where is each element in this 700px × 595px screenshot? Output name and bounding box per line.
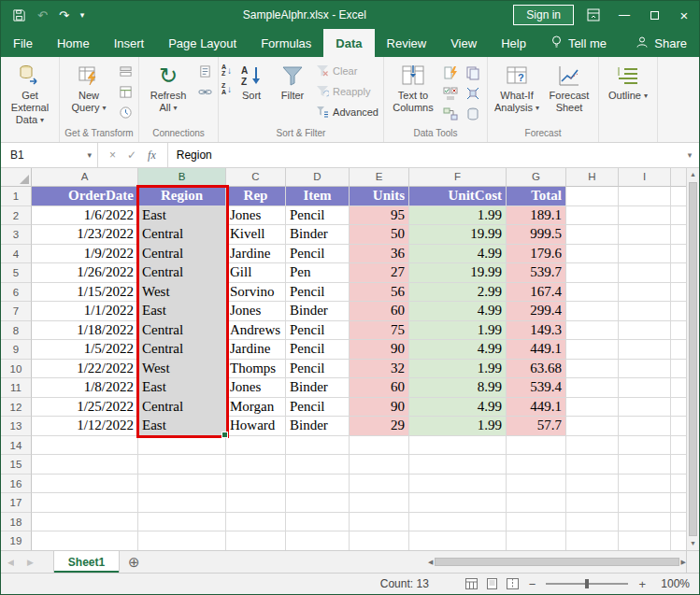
cell-E16[interactable] [350, 475, 409, 494]
cell-H18[interactable] [566, 513, 619, 532]
cell-F6[interactable]: 2.99 [409, 283, 507, 303]
formula-input[interactable]: Region [168, 143, 680, 167]
cell-D1[interactable]: Item [286, 187, 350, 206]
cell-F2[interactable]: 1.99 [409, 206, 507, 226]
cell-D17[interactable] [286, 493, 350, 513]
outline-button[interactable]: Outline [602, 59, 654, 126]
cell-D13[interactable]: Binder [286, 417, 350, 436]
cell-E11[interactable]: 60 [350, 378, 409, 398]
row-header-15[interactable]: 15 [1, 455, 32, 475]
page-layout-view-icon[interactable] [486, 578, 498, 589]
text-to-columns-button[interactable]: Text to Columns [387, 59, 439, 126]
cell-D11[interactable]: Binder [286, 378, 350, 398]
redo-icon[interactable] [59, 8, 69, 22]
cell-C11[interactable]: Jones [226, 378, 286, 398]
cell-H9[interactable] [566, 340, 619, 360]
row-header-3[interactable]: 3 [1, 225, 32, 245]
cell-B18[interactable] [138, 513, 226, 532]
zoom-slider-thumb[interactable] [585, 579, 589, 588]
cell-C17[interactable] [226, 493, 286, 513]
cell-D8[interactable]: Pencil [286, 321, 350, 341]
cell-E14[interactable] [350, 436, 409, 456]
remove-duplicates-icon[interactable] [463, 64, 483, 81]
new-sheet-button[interactable] [120, 551, 148, 573]
horizontal-scroll-thumb[interactable] [435, 558, 679, 566]
tab-help[interactable]: Help [489, 29, 538, 57]
cell-A9[interactable]: 1/5/2022 [32, 340, 138, 360]
cell-B13[interactable]: East [138, 417, 226, 436]
cell-A1[interactable]: OrderDate [32, 187, 138, 206]
cell-F16[interactable] [409, 475, 507, 494]
cell-F11[interactable]: 8.99 [409, 378, 507, 398]
cell-A3[interactable]: 1/23/2022 [32, 225, 138, 245]
cell-E15[interactable] [350, 455, 409, 475]
cell-A5[interactable]: 1/26/2022 [32, 263, 138, 283]
cell-H16[interactable] [566, 475, 619, 494]
cell-H3[interactable] [566, 225, 619, 245]
vertical-scrollbar[interactable] [686, 168, 699, 550]
insert-function-icon[interactable] [148, 149, 156, 163]
cell-G1[interactable]: Total [507, 187, 566, 206]
cell-G19[interactable] [507, 531, 566, 550]
row-header-4[interactable]: 4 [1, 245, 32, 264]
cell-I11[interactable] [619, 378, 671, 398]
cell-G8[interactable]: 149.3 [507, 321, 566, 341]
share-button[interactable]: Share [623, 29, 699, 57]
cell-A16[interactable] [32, 475, 138, 494]
cell-A12[interactable]: 1/25/2022 [32, 398, 138, 418]
cell-H17[interactable] [566, 493, 619, 513]
cell-B12[interactable]: Central [138, 398, 226, 418]
cell-H13[interactable] [566, 417, 619, 436]
cell-E5[interactable]: 27 [350, 263, 409, 283]
enter-icon[interactable] [127, 149, 136, 162]
cell-I1[interactable] [619, 187, 671, 206]
horizontal-scrollbar[interactable] [428, 551, 686, 573]
cell-E4[interactable]: 36 [350, 245, 409, 264]
cell-G3[interactable]: 999.5 [507, 225, 566, 245]
tab-view[interactable]: View [438, 29, 489, 57]
row-header-12[interactable]: 12 [1, 398, 32, 418]
cell-F18[interactable] [409, 513, 507, 532]
row-header-17[interactable]: 17 [1, 493, 32, 513]
cell-F5[interactable]: 19.99 [409, 263, 507, 283]
cell-F3[interactable]: 19.99 [409, 225, 507, 245]
cell-B5[interactable]: Central [138, 263, 226, 283]
consolidate-icon[interactable] [463, 85, 483, 102]
tab-data[interactable]: Data [323, 29, 374, 57]
cell-E17[interactable] [350, 493, 409, 513]
cell-E12[interactable]: 90 [350, 398, 409, 418]
sheet-nav-left-icon[interactable] [1, 551, 21, 573]
cell-D19[interactable] [286, 531, 350, 550]
vertical-scroll-thumb[interactable] [689, 182, 697, 536]
reapply-filter-button[interactable]: Reapply [314, 83, 380, 100]
cell-G15[interactable] [507, 455, 566, 475]
cell-H5[interactable] [566, 263, 619, 283]
cell-G2[interactable]: 189.1 [507, 206, 566, 226]
from-table-icon[interactable] [115, 83, 136, 100]
cell-F13[interactable]: 1.99 [409, 417, 507, 436]
sign-in-button[interactable]: Sign in [513, 5, 574, 25]
row-header-1[interactable]: 1 [1, 187, 32, 206]
cell-D6[interactable]: Pencil [286, 283, 350, 303]
cell-I13[interactable] [619, 417, 671, 436]
zoom-slider[interactable] [546, 583, 628, 585]
cell-A6[interactable]: 1/15/2022 [32, 283, 138, 303]
cell-A2[interactable]: 1/6/2022 [32, 206, 138, 226]
cell-D10[interactable]: Pencil [286, 360, 350, 379]
column-header-H[interactable]: H [566, 168, 619, 187]
advanced-filter-button[interactable]: Advanced [314, 104, 380, 120]
column-header-B[interactable]: B [138, 168, 226, 187]
row-header-10[interactable]: 10 [1, 360, 32, 379]
cell-B17[interactable] [138, 493, 226, 513]
tab-file[interactable]: File [1, 29, 45, 57]
cell-B7[interactable]: East [138, 302, 226, 321]
sheet-tab-sheet1[interactable]: Sheet1 [53, 551, 120, 573]
show-queries-icon[interactable] [115, 63, 136, 79]
cell-I14[interactable] [619, 436, 671, 456]
column-header-A[interactable]: A [32, 168, 138, 187]
flash-fill-icon[interactable] [440, 64, 461, 81]
cell-C8[interactable]: Andrews [226, 321, 286, 341]
zoom-out-button[interactable] [527, 577, 538, 591]
cell-H2[interactable] [566, 206, 619, 226]
cell-D7[interactable]: Binder [286, 302, 350, 321]
